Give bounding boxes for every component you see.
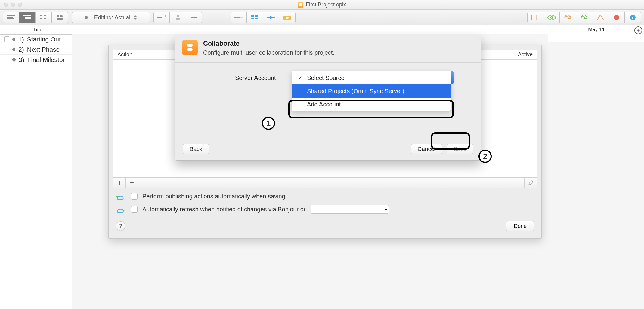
svg-rect-5 (25, 18, 31, 19)
cloud-upload-icon (116, 193, 126, 200)
bullet-icon (12, 38, 15, 41)
actions-header-action: Action (117, 51, 132, 58)
svg-rect-8 (40, 18, 42, 19)
done-button[interactable]: Done (506, 221, 534, 231)
stop-icon[interactable] (608, 12, 625, 23)
edit-action-button[interactable] (524, 178, 537, 188)
dropdown-option-add-account[interactable]: Add Account… (292, 98, 451, 111)
publish-upload-icon[interactable] (560, 12, 576, 23)
add-resource-icon[interactable] (170, 12, 186, 23)
column-date-header: May 11 (588, 25, 605, 34)
column-header-strip: Title May 11 (0, 25, 644, 34)
baseline-icon[interactable] (527, 12, 543, 23)
task-number: 2) (18, 46, 24, 53)
svg-rect-32 (531, 15, 539, 20)
traffic-lights (4, 3, 22, 7)
task-title: Starting Out (27, 36, 61, 43)
svg-point-36 (551, 16, 556, 19)
view-network-icon[interactable] (36, 12, 52, 23)
leveling-icon[interactable] (263, 12, 279, 23)
column-title-header: Title (33, 25, 43, 34)
bullet-icon (85, 16, 91, 19)
collaborate-modal: Collaborate Configure multi-user collabo… (175, 34, 481, 161)
timeline-gutter (548, 34, 644, 42)
snapshot-icon[interactable] (279, 12, 296, 23)
callout-badge-1: 1 (262, 117, 275, 130)
help-button[interactable]: ? (116, 221, 125, 231)
task-number: 1) (18, 36, 24, 43)
svg-text:+: + (164, 15, 166, 17)
svg-marker-14 (133, 15, 137, 17)
svg-rect-1 (7, 17, 13, 18)
minimize-window-icon[interactable] (11, 3, 15, 7)
svg-marker-44 (116, 196, 118, 197)
reschedule-icon[interactable] (247, 12, 263, 23)
task-row[interactable]: 1) Starting Out (0, 34, 72, 44)
actions-header-active: Active (513, 50, 533, 59)
refresh-interval-select[interactable] (311, 205, 389, 214)
svg-rect-0 (7, 15, 15, 16)
zoom-window-icon[interactable] (18, 3, 22, 7)
bullet-icon (12, 48, 15, 51)
dropdown-option-label: Shared Projects (Omni Sync Server) (307, 88, 404, 95)
svg-rect-9 (44, 18, 46, 19)
publish-auto-checkbox[interactable] (131, 193, 138, 200)
dropdown-option-shared-projects[interactable]: Shared Projects (Omni Sync Server) (292, 84, 451, 98)
svg-rect-3 (23, 15, 31, 16)
inspector-icon[interactable]: i (625, 12, 641, 23)
refresh-auto-label: Automatically refresh when notified of c… (142, 206, 306, 213)
modal-subtitle: Configure multi-user collaboration for t… (203, 49, 334, 56)
window-titlebar: First Project.oplx (0, 0, 644, 10)
svg-marker-28 (270, 16, 273, 19)
view-outline-icon[interactable] (19, 12, 36, 23)
back-button[interactable]: Back (183, 144, 209, 154)
simulate-icon[interactable] (543, 12, 560, 23)
dropdown-option-label: Select Source (307, 75, 345, 81)
remove-action-button[interactable]: − (126, 178, 138, 188)
svg-point-18 (177, 15, 179, 17)
svg-rect-26 (255, 18, 258, 19)
task-row[interactable]: 3) Final Milestor (0, 55, 72, 65)
add-task-icon[interactable]: + (153, 12, 170, 23)
editing-mode-selector[interactable]: Editing: Actual (72, 12, 150, 23)
svg-point-10 (57, 15, 59, 17)
svg-point-31 (286, 17, 289, 19)
close-window-icon[interactable] (4, 3, 8, 7)
svg-rect-2 (7, 18, 14, 19)
svg-point-11 (60, 15, 63, 17)
svg-marker-15 (133, 18, 137, 20)
view-gantt-icon[interactable] (3, 12, 19, 23)
svg-rect-6 (40, 15, 42, 16)
svg-rect-25 (251, 18, 254, 19)
publish-download-icon[interactable] (576, 12, 592, 23)
milestone-bullet-icon (12, 57, 17, 62)
callout-badge-2: 2 (478, 150, 492, 163)
window-title: First Project.oplx (306, 2, 346, 8)
svg-rect-24 (255, 15, 258, 17)
dropdown-option-select-source[interactable]: ✓ Select Source (292, 71, 451, 84)
add-action-button[interactable]: ＋ (113, 178, 126, 188)
cancel-button[interactable]: Cancel (411, 144, 442, 154)
critical-path-icon[interactable] (592, 12, 608, 23)
catchup-icon[interactable] (231, 12, 247, 23)
svg-rect-21 (234, 17, 240, 18)
svg-rect-16 (157, 17, 162, 18)
svg-rect-7 (44, 15, 46, 16)
svg-rect-4 (25, 17, 31, 18)
svg-text:i: i (632, 15, 633, 20)
add-milestone-icon[interactable] (186, 12, 202, 23)
save-button[interactable]: Save (447, 144, 473, 154)
main-toolbar: Editing: Actual + i (0, 10, 644, 25)
task-outline: 1) Starting Out 2) Next Phase 3) Final M… (0, 34, 72, 65)
task-row[interactable]: 2) Next Phase (0, 44, 72, 55)
view-resources-icon[interactable] (52, 12, 68, 23)
svg-rect-27 (267, 17, 270, 18)
task-title: Next Phase (27, 46, 60, 53)
refresh-auto-checkbox[interactable] (131, 206, 138, 213)
add-column-icon[interactable]: ＋ (634, 26, 642, 34)
page-icon (4, 36, 9, 42)
svg-rect-19 (176, 18, 180, 20)
task-number: 3) (19, 56, 24, 63)
dropdown-option-label: Add Account… (307, 101, 347, 108)
server-account-dropdown[interactable]: ✓ Select Source Shared Projects (Omni Sy… (292, 71, 451, 111)
